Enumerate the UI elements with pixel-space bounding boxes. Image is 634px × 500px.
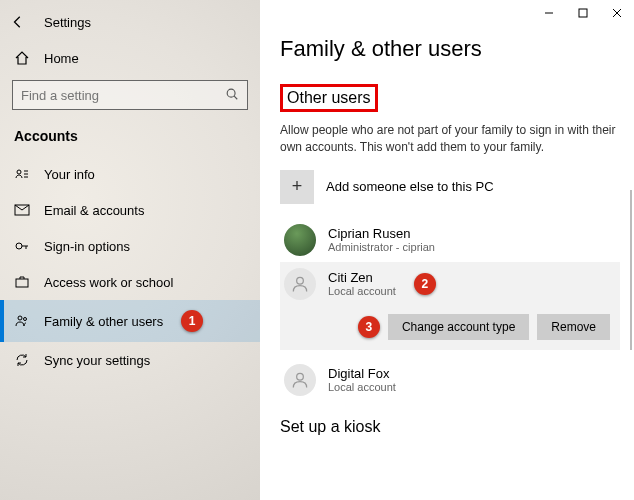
- back-icon[interactable]: [10, 14, 26, 30]
- close-icon[interactable]: [610, 6, 624, 20]
- svg-point-12: [297, 277, 304, 284]
- sync-icon: [14, 352, 30, 368]
- annotation-badge-3: 3: [358, 316, 380, 338]
- sidebar-item-work[interactable]: Access work or school: [0, 264, 260, 300]
- annotation-highlight-other-users: Other users: [280, 84, 378, 112]
- svg-point-13: [297, 373, 304, 380]
- avatar: [284, 268, 316, 300]
- annotation-badge-1: 1: [181, 310, 203, 332]
- other-users-heading: Other users: [283, 87, 375, 109]
- user-row-selected[interactable]: Citi Zen Local account 2 3 Change accoun…: [280, 262, 620, 350]
- remove-button[interactable]: Remove: [537, 314, 610, 340]
- svg-point-0: [227, 89, 235, 97]
- user-name: Ciprian Rusen: [328, 226, 441, 241]
- maximize-icon[interactable]: [576, 6, 590, 20]
- sidebar-item-email[interactable]: Email & accounts: [0, 192, 260, 228]
- sidebar: Settings Home Accounts Your info E: [0, 0, 260, 500]
- svg-point-2: [17, 170, 21, 174]
- mail-icon: [14, 202, 30, 218]
- user-subtitle: Local account: [328, 381, 396, 393]
- sidebar-item-sync[interactable]: Sync your settings: [0, 342, 260, 378]
- user-name: Digital Fox: [328, 366, 396, 381]
- svg-point-6: [18, 316, 22, 320]
- sidebar-item-family[interactable]: Family & other users 1: [0, 300, 260, 342]
- settings-title: Settings: [44, 15, 91, 30]
- svg-point-7: [24, 318, 27, 321]
- plus-icon: +: [280, 170, 314, 204]
- svg-rect-5: [16, 279, 28, 287]
- annotation-badge-2: 2: [414, 273, 436, 295]
- sidebar-home[interactable]: Home: [0, 42, 260, 74]
- nav-label: Access work or school: [44, 275, 173, 290]
- svg-line-1: [234, 96, 237, 99]
- sidebar-item-your-info[interactable]: Your info: [0, 156, 260, 192]
- avatar: [284, 364, 316, 396]
- key-icon: [14, 238, 30, 254]
- scrollbar[interactable]: [630, 190, 632, 350]
- minimize-icon[interactable]: [542, 6, 556, 20]
- kiosk-heading: Set up a kiosk: [280, 418, 620, 436]
- search-box[interactable]: [12, 80, 248, 110]
- user-row[interactable]: Ciprian Rusen Administrator - ciprian: [280, 218, 620, 262]
- nav-label: Family & other users: [44, 314, 163, 329]
- search-input[interactable]: [21, 88, 225, 103]
- nav-label: Your info: [44, 167, 95, 182]
- add-someone-label: Add someone else to this PC: [326, 179, 494, 194]
- user-row[interactable]: Digital Fox Local account: [280, 358, 620, 402]
- svg-point-4: [16, 243, 22, 249]
- page-title: Family & other users: [280, 36, 620, 62]
- home-label: Home: [44, 51, 79, 66]
- home-icon: [14, 50, 30, 66]
- briefcase-icon: [14, 274, 30, 290]
- main-content: Family & other users Other users Allow p…: [260, 0, 634, 500]
- nav-label: Sign-in options: [44, 239, 130, 254]
- sidebar-item-signin[interactable]: Sign-in options: [0, 228, 260, 264]
- avatar: [284, 224, 316, 256]
- nav-label: Sync your settings: [44, 353, 150, 368]
- search-icon: [225, 87, 239, 104]
- other-users-description: Allow people who are not part of your fa…: [280, 122, 620, 156]
- people-icon: [14, 313, 30, 329]
- user-card-icon: [14, 166, 30, 182]
- sidebar-section-heading: Accounts: [0, 124, 260, 156]
- add-someone-row[interactable]: + Add someone else to this PC: [280, 170, 620, 204]
- change-account-type-button[interactable]: Change account type: [388, 314, 529, 340]
- user-subtitle: Local account: [328, 285, 396, 297]
- svg-rect-9: [579, 9, 587, 17]
- user-subtitle: Administrator - ciprian: [328, 241, 441, 253]
- user-name: Citi Zen: [328, 270, 396, 285]
- nav-label: Email & accounts: [44, 203, 144, 218]
